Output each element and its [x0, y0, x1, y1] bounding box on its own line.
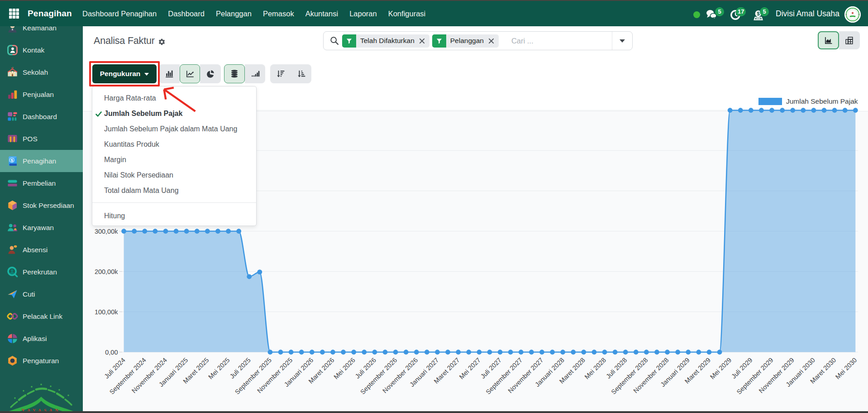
sidebar-item-pos[interactable]: POS [0, 128, 83, 150]
sidebar-item-label: Karyawan [23, 224, 54, 232]
chart-type-group [159, 64, 221, 83]
sidebar-item-stok-persediaan[interactable]: Stok Persediaan [0, 194, 83, 216]
measure-option-kuantitas-produk[interactable]: Kuantitas Produk [92, 137, 256, 152]
facet-remove-icon[interactable] [486, 34, 499, 48]
sidebar-item-penjualan[interactable]: Penjualan [0, 83, 83, 106]
sidebar-item-pelacak-link[interactable]: Pelacak Link [0, 305, 83, 327]
sidebar-item-label: Pembelian [23, 179, 56, 187]
measure-option-nilai-stok-persediaan[interactable]: Nilai Stok Persediaan [92, 168, 256, 183]
sidebar-item-label: Pengaturan [23, 357, 59, 365]
sidebar-item-label: Kontak [23, 46, 44, 54]
sales-badge: 5 [760, 7, 769, 16]
apps-sidebar: KeamananKontakSekolahPenjualanDashboardP… [0, 26, 83, 411]
user-avatar[interactable] [844, 6, 861, 23]
measure-option-total-dalam-mata-uang[interactable]: Total dalam Mata Uang [92, 183, 256, 198]
chevron-down-icon [620, 39, 625, 43]
sidebar-item-dashboard[interactable]: Dashboard [0, 106, 83, 128]
measures-button[interactable]: Pengukuran [92, 64, 157, 83]
nav-menu-akuntansi[interactable]: Akuntansi [305, 10, 338, 18]
search-facet-telah-difakturkan: Telah Difakturkan [342, 34, 429, 48]
activities-badge: 17 [736, 7, 746, 16]
sidebar-item-sekolah[interactable]: Sekolah [0, 61, 83, 83]
inventory-icon [6, 199, 19, 211]
navbar-menu: Dashboard PenagihanDashboardPelangganPem… [82, 1, 425, 26]
search-bar[interactable]: Telah DifakturkanPelanggan Cari ... [323, 31, 633, 50]
attendance-icon [6, 244, 19, 256]
sidebar-item-pembelian[interactable]: Pembelian [0, 172, 83, 194]
measures-dropdown-menu: Harga Rata-rataJumlah Sebelum PajakJumla… [92, 86, 257, 226]
sidebar-item-penagihan[interactable]: $Penagihan [0, 150, 83, 172]
sort-desc-button[interactable] [270, 64, 291, 83]
measure-option-margin[interactable]: Margin [92, 152, 256, 168]
security-icon [6, 26, 19, 34]
search-dropdown-toggle[interactable] [612, 32, 632, 50]
linktracker-icon [6, 310, 19, 322]
sidebar-item-label: Cuti [23, 290, 35, 298]
svg-text:$: $ [757, 11, 759, 16]
sidebar-item-aplikasi[interactable]: Aplikasi [0, 327, 83, 350]
sort-asc-button[interactable] [291, 64, 312, 83]
logo-subtitle: YAYASAN [22, 408, 61, 412]
measure-option-jumlah-sebelum-pajak-dalam-mata-uang[interactable]: Jumlah Sebelum Pajak dalam Mata Uang [92, 121, 256, 137]
main-content: Analisa Faktur Telah DifakturkanPelangga… [83, 26, 868, 411]
app-name[interactable]: Penagihan [28, 9, 72, 19]
dashboard-icon [6, 110, 19, 123]
breadcrumb: Analisa Faktur [94, 35, 166, 47]
sales-icon [6, 88, 19, 101]
cumulative-button[interactable] [245, 64, 266, 83]
sidebar-item-kontak[interactable]: Kontak [0, 39, 83, 61]
menu-item-count[interactable]: Hitung [92, 208, 256, 224]
view-switcher [818, 31, 860, 49]
sidebar-item-label: Absensi [23, 246, 48, 254]
filter-funnel-icon [432, 34, 446, 48]
sidebar-item-label: Perekrutan [23, 268, 57, 276]
nav-menu-dashboard[interactable]: Dashboard [168, 10, 205, 18]
legend-swatch [758, 98, 782, 105]
messages-badge: 5 [715, 7, 724, 16]
sort-group [270, 64, 311, 83]
facet-remove-icon[interactable] [417, 34, 429, 48]
organization-logo: YAYASAN [0, 368, 83, 411]
timeoff-icon [6, 288, 19, 300]
sidebar-item-label: Pelacak Link [23, 312, 62, 321]
window-bottom-edge [0, 411, 868, 413]
line-chart-button[interactable] [180, 64, 200, 83]
sidebar-item-label: Dashboard [23, 113, 57, 121]
bar-chart-button[interactable] [159, 64, 180, 83]
legend-label: Jumlah Sebelum Pajak [786, 97, 858, 106]
page-title: Analisa Faktur [94, 35, 155, 47]
sidebar-item-keamanan[interactable]: Keamanan [0, 26, 83, 39]
nav-menu-laporan[interactable]: Laporan [349, 10, 377, 18]
filter-funnel-icon [342, 34, 356, 48]
title-gear-icon[interactable] [158, 38, 166, 46]
window-top-edge [0, 0, 868, 1]
check-icon [95, 110, 102, 116]
sidebar-item-cuti[interactable]: Cuti [0, 283, 83, 305]
nav-menu-pemasok[interactable]: Pemasok [263, 10, 294, 18]
pivot-view-button[interactable] [839, 31, 860, 49]
facet-label[interactable]: Telah Difakturkan [356, 34, 417, 48]
graph-view-button[interactable] [818, 31, 839, 49]
invoicing-icon: $ [6, 155, 19, 167]
nav-menu-dashboard-penagihan[interactable]: Dashboard Penagihan [82, 10, 157, 18]
stacked-button[interactable] [224, 64, 245, 83]
apps-grid-icon[interactable] [9, 9, 19, 19]
facet-label[interactable]: Pelanggan [446, 34, 486, 48]
sidebar-item-perekrutan[interactable]: Perekrutan [0, 261, 83, 283]
school-icon [6, 66, 19, 78]
settings-icon [6, 355, 19, 367]
chart-legend[interactable]: Jumlah Sebelum Pajak [758, 97, 858, 106]
measure-option-harga-rata-rata[interactable]: Harga Rata-rata [92, 91, 256, 106]
sidebar-item-absensi[interactable]: Absensi [0, 239, 83, 261]
nav-menu-konfigurasi[interactable]: Konfigurasi [388, 10, 426, 18]
measure-option-jumlah-sebelum-pajak[interactable]: Jumlah Sebelum Pajak [92, 106, 256, 121]
pie-chart-button[interactable] [200, 64, 221, 83]
top-navbar: Penagihan Dashboard PenagihanDashboardPe… [0, 1, 868, 26]
measures-button-label: Pengukuran [100, 70, 141, 78]
sidebar-item-karyawan[interactable]: Karyawan [0, 216, 83, 239]
recruitment-icon [6, 266, 19, 278]
nav-menu-pelanggan[interactable]: Pelanggan [216, 10, 252, 18]
search-icon [329, 36, 339, 46]
current-company-name[interactable]: Divisi Amal Usaha [776, 9, 839, 19]
menu-divider [92, 202, 256, 203]
